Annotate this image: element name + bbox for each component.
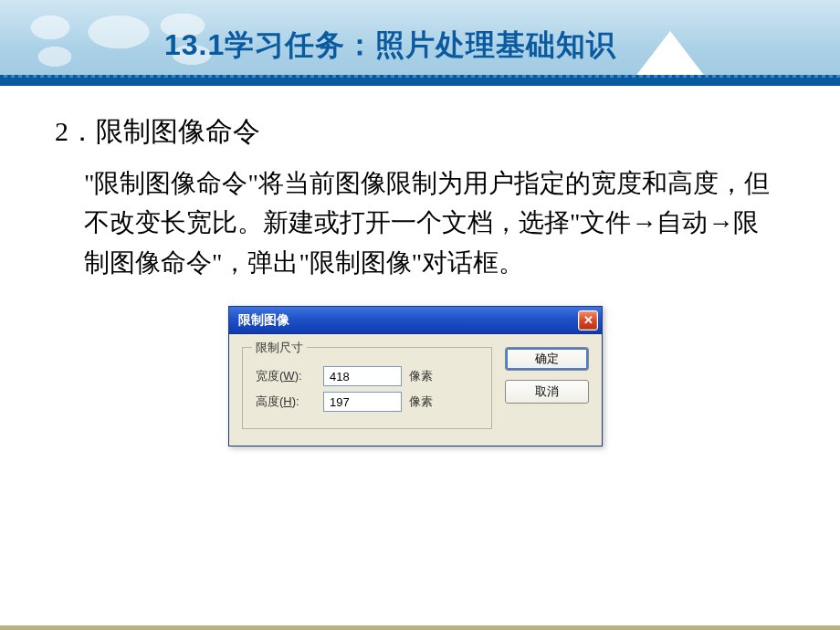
width-hotkey: W — [283, 369, 294, 383]
dialog-body: 限制尺寸 宽度(W): 像素 高度(H): 像素 — [229, 334, 602, 446]
width-label: 宽度(W): — [256, 368, 316, 384]
height-label-pre: 高度( — [256, 394, 283, 408]
dialog-titlebar[interactable]: 限制图像 ✕ — [229, 307, 602, 334]
width-row: 宽度(W): 像素 — [256, 366, 478, 386]
ok-button[interactable]: 确定 — [505, 347, 589, 371]
height-hotkey: H — [283, 394, 291, 408]
header-stripe — [0, 78, 840, 86]
dialog-wrapper: 限制图像 ✕ 限制尺寸 宽度(W): 像素 — [55, 306, 776, 446]
slide-header: 13.1学习任务：照片处理基础知识 — [0, 0, 840, 86]
height-label: 高度(H): — [256, 394, 316, 410]
close-button[interactable]: ✕ — [578, 310, 598, 331]
width-unit: 像素 — [409, 368, 433, 384]
height-label-post: ): — [292, 394, 299, 408]
height-unit: 像素 — [409, 394, 433, 410]
height-input[interactable] — [323, 392, 402, 412]
slide-title: 13.1学习任务：照片处理基础知识 — [164, 26, 616, 66]
close-icon: ✕ — [583, 313, 593, 327]
width-label-post: ): — [295, 369, 302, 383]
width-label-pre: 宽度( — [256, 369, 283, 383]
restrict-size-group: 限制尺寸 宽度(W): 像素 高度(H): 像素 — [242, 347, 492, 429]
height-row: 高度(H): 像素 — [256, 392, 478, 412]
group-legend: 限制尺寸 — [252, 340, 307, 356]
section-heading: 2．限制图像命令 — [55, 113, 776, 151]
restrict-image-dialog: 限制图像 ✕ 限制尺寸 宽度(W): 像素 — [228, 306, 603, 446]
dialog-button-column: 确定 取消 — [505, 347, 589, 404]
dialog-title: 限制图像 — [238, 312, 289, 329]
footer-bar — [0, 625, 840, 630]
body-paragraph: "限制图像命令"将当前图像限制为用户指定的宽度和高度，但不改变长宽比。新建或打开… — [55, 163, 776, 282]
slide-content: 2．限制图像命令 "限制图像命令"将当前图像限制为用户指定的宽度和高度，但不改变… — [0, 86, 840, 446]
cancel-button[interactable]: 取消 — [505, 380, 589, 404]
width-input[interactable] — [323, 366, 402, 386]
